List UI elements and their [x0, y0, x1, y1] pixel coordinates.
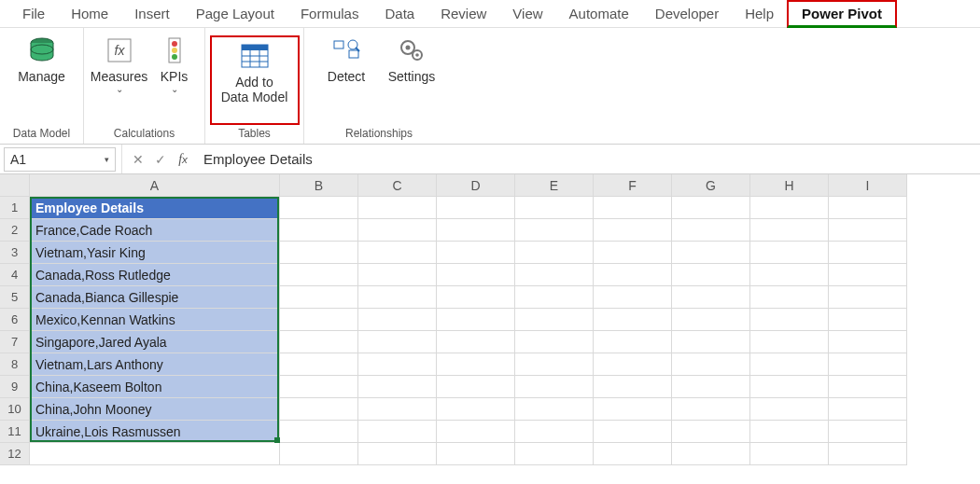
cell[interactable] — [30, 443, 280, 465]
cell[interactable] — [515, 398, 594, 421]
cell[interactable] — [358, 309, 437, 331]
cell[interactable] — [280, 286, 358, 309]
column-header[interactable]: I — [829, 174, 907, 197]
cell[interactable]: Vietnam,Yasir King — [30, 242, 280, 264]
tab-power-pivot[interactable]: Power Pivot — [787, 0, 897, 28]
tab-page-layout[interactable]: Page Layout — [183, 2, 287, 25]
cell[interactable] — [280, 421, 358, 443]
cell[interactable] — [829, 376, 907, 398]
cell[interactable] — [358, 331, 437, 353]
row-header[interactable]: 1 — [0, 197, 30, 219]
cell[interactable] — [437, 197, 515, 219]
cell[interactable] — [437, 443, 515, 465]
cell[interactable] — [437, 376, 515, 398]
cell[interactable] — [594, 376, 672, 398]
tab-file[interactable]: File — [9, 2, 58, 25]
cell[interactable] — [672, 353, 750, 376]
cell[interactable] — [358, 242, 437, 264]
cell[interactable] — [358, 353, 437, 376]
cell[interactable] — [515, 286, 594, 309]
cell[interactable]: Ukraine,Lois Rasmussen — [30, 421, 280, 443]
cell[interactable] — [594, 331, 672, 353]
cell[interactable] — [672, 264, 750, 286]
cell[interactable] — [750, 286, 829, 309]
cell[interactable] — [672, 443, 750, 465]
cell[interactable] — [515, 376, 594, 398]
cell[interactable] — [594, 353, 672, 376]
cell[interactable] — [437, 264, 515, 286]
cell[interactable] — [829, 331, 907, 353]
cell[interactable] — [515, 219, 594, 242]
cell[interactable] — [515, 353, 594, 376]
cell[interactable] — [594, 264, 672, 286]
cell[interactable] — [437, 219, 515, 242]
cell[interactable] — [672, 398, 750, 421]
cell[interactable] — [358, 376, 437, 398]
cell[interactable] — [515, 264, 594, 286]
row-header[interactable]: 12 — [0, 443, 30, 465]
cell[interactable] — [280, 197, 358, 219]
cell[interactable] — [750, 219, 829, 242]
cell[interactable] — [280, 331, 358, 353]
cell[interactable] — [750, 376, 829, 398]
cell[interactable] — [280, 264, 358, 286]
cell[interactable] — [750, 309, 829, 331]
cell[interactable] — [672, 286, 750, 309]
cell[interactable] — [672, 331, 750, 353]
column-header[interactable]: C — [358, 174, 437, 197]
cell[interactable]: Canada,Ross Rutledge — [30, 264, 280, 286]
cell[interactable]: Canada,Bianca Gillespie — [30, 286, 280, 309]
cell[interactable] — [358, 421, 437, 443]
select-all-corner[interactable] — [0, 174, 30, 197]
cell[interactable] — [829, 219, 907, 242]
cell[interactable] — [515, 197, 594, 219]
row-header[interactable]: 2 — [0, 219, 30, 242]
add-to-data-model-button[interactable]: Add to Data Model — [210, 35, 300, 125]
column-header[interactable]: B — [280, 174, 358, 197]
row-header[interactable]: 4 — [0, 264, 30, 286]
cell[interactable] — [280, 353, 358, 376]
cell[interactable] — [750, 353, 829, 376]
cell[interactable] — [515, 309, 594, 331]
tab-help[interactable]: Help — [732, 2, 787, 25]
cell[interactable] — [672, 309, 750, 331]
cell[interactable] — [829, 309, 907, 331]
column-header[interactable]: D — [437, 174, 515, 197]
cell[interactable] — [358, 197, 437, 219]
cell[interactable] — [594, 242, 672, 264]
cell[interactable] — [829, 353, 907, 376]
column-header[interactable]: E — [515, 174, 594, 197]
row-header[interactable]: 11 — [0, 421, 30, 443]
row-header[interactable]: 10 — [0, 398, 30, 421]
cell[interactable] — [750, 197, 829, 219]
manage-button[interactable]: Manage — [6, 32, 78, 125]
cell[interactable] — [358, 286, 437, 309]
cell[interactable] — [594, 286, 672, 309]
cell[interactable] — [829, 421, 907, 443]
cell[interactable] — [594, 398, 672, 421]
enter-icon[interactable]: ✓ — [149, 148, 172, 171]
tab-review[interactable]: Review — [427, 2, 499, 25]
cell[interactable] — [672, 197, 750, 219]
cancel-icon[interactable]: ✕ — [127, 148, 149, 171]
tab-developer[interactable]: Developer — [642, 2, 732, 25]
cell[interactable] — [280, 376, 358, 398]
cell[interactable] — [594, 219, 672, 242]
cell[interactable]: Singapore,Jared Ayala — [30, 331, 280, 353]
cell[interactable]: Mexico,Kennan Watkins — [30, 309, 280, 331]
column-header[interactable]: F — [594, 174, 672, 197]
sheet-grid[interactable]: ABCDEFGHI1Employee Details2France,Cade R… — [0, 174, 980, 465]
cell[interactable] — [672, 242, 750, 264]
formula-input[interactable] — [194, 147, 980, 172]
tab-formulas[interactable]: Formulas — [287, 2, 372, 25]
chevron-down-icon[interactable]: ▾ — [105, 155, 109, 164]
cell[interactable] — [672, 219, 750, 242]
cell[interactable] — [829, 286, 907, 309]
cell[interactable] — [358, 219, 437, 242]
cell[interactable] — [750, 242, 829, 264]
cell[interactable] — [358, 398, 437, 421]
cell[interactable] — [672, 421, 750, 443]
cell[interactable] — [829, 443, 907, 465]
column-header[interactable]: A — [30, 174, 280, 197]
cell[interactable]: Vietnam,Lars Anthony — [30, 353, 280, 376]
